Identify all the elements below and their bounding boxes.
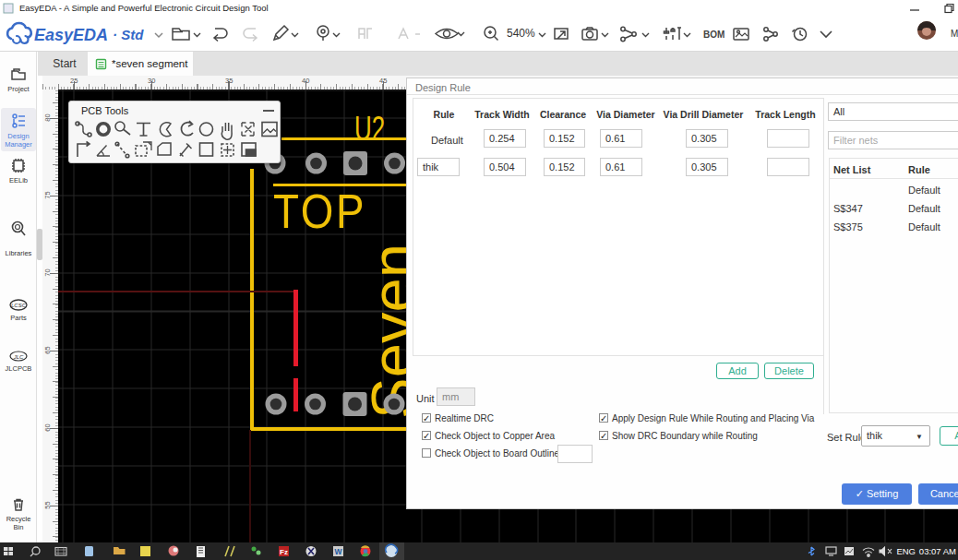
svg-text:Fz: Fz [280, 548, 288, 556]
svg-text:BOM: BOM [703, 30, 724, 40]
svg-text:540%: 540% [507, 27, 535, 40]
svg-text:W: W [334, 547, 342, 556]
svg-text:EasyEDA: EasyEDA [34, 26, 108, 44]
svg-text:LCSC: LCSC [11, 303, 27, 308]
svg-text:M: M [951, 29, 958, 39]
svg-text:· Std: · Std [113, 27, 144, 42]
svg-text:JLC: JLC [13, 354, 24, 360]
